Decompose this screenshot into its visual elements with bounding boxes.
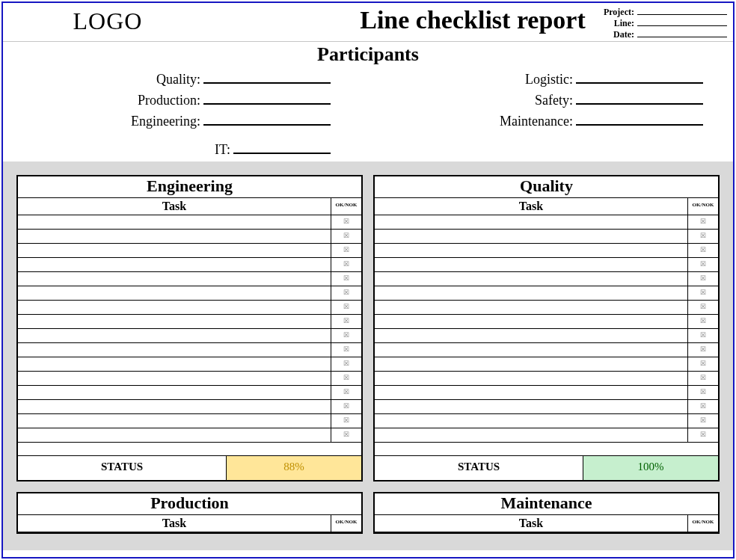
- checkbox-icon[interactable]: [343, 375, 349, 381]
- checkbox-icon[interactable]: [700, 318, 706, 324]
- ok-cell[interactable]: [331, 400, 361, 413]
- task-cell[interactable]: [375, 372, 688, 385]
- task-cell[interactable]: [18, 272, 331, 286]
- participant-logistic-value[interactable]: [576, 67, 703, 84]
- checkbox-icon[interactable]: [700, 247, 706, 253]
- ok-cell[interactable]: [688, 315, 718, 328]
- ok-cell[interactable]: [688, 372, 718, 385]
- participant-it-value[interactable]: [233, 138, 331, 154]
- checkbox-icon[interactable]: [343, 332, 349, 339]
- task-cell[interactable]: [375, 272, 688, 286]
- participant-safety-value[interactable]: [576, 88, 703, 105]
- task-cell[interactable]: [375, 215, 688, 229]
- ok-cell[interactable]: [331, 286, 361, 300]
- checkbox-icon[interactable]: [700, 346, 706, 353]
- task-cell[interactable]: [18, 343, 331, 357]
- task-cell[interactable]: [18, 329, 331, 342]
- checkbox-icon[interactable]: [700, 304, 706, 310]
- ok-cell[interactable]: [688, 286, 718, 300]
- task-cell[interactable]: [18, 357, 331, 371]
- checkbox-icon[interactable]: [700, 332, 706, 339]
- task-cell[interactable]: [18, 428, 331, 442]
- task-cell[interactable]: [18, 244, 331, 257]
- task-cell[interactable]: [18, 301, 331, 314]
- checkbox-icon[interactable]: [700, 233, 706, 239]
- checkbox-icon[interactable]: [343, 261, 349, 268]
- ok-cell[interactable]: [688, 414, 718, 428]
- task-cell[interactable]: [375, 386, 688, 399]
- checkbox-icon[interactable]: [343, 389, 349, 396]
- ok-cell[interactable]: [688, 244, 718, 257]
- checkbox-icon[interactable]: [700, 403, 706, 410]
- task-cell[interactable]: [375, 315, 688, 328]
- ok-cell[interactable]: [688, 230, 718, 243]
- checkbox-icon[interactable]: [343, 360, 349, 367]
- task-cell[interactable]: [18, 315, 331, 328]
- checkbox-icon[interactable]: [343, 346, 349, 353]
- ok-cell[interactable]: [688, 301, 718, 314]
- ok-cell[interactable]: [688, 428, 718, 442]
- ok-cell[interactable]: [688, 400, 718, 413]
- ok-cell[interactable]: [688, 258, 718, 271]
- task-cell[interactable]: [375, 301, 688, 314]
- ok-cell[interactable]: [688, 357, 718, 371]
- ok-cell[interactable]: [331, 329, 361, 342]
- ok-cell[interactable]: [331, 230, 361, 243]
- checkbox-icon[interactable]: [343, 403, 349, 410]
- task-cell[interactable]: [18, 230, 331, 243]
- ok-cell[interactable]: [331, 343, 361, 357]
- ok-cell[interactable]: [688, 386, 718, 399]
- meta-project-value[interactable]: [637, 4, 727, 15]
- ok-cell[interactable]: [688, 272, 718, 286]
- task-cell[interactable]: [375, 329, 688, 342]
- checkbox-icon[interactable]: [343, 289, 349, 296]
- task-cell[interactable]: [375, 230, 688, 243]
- checkbox-icon[interactable]: [343, 304, 349, 310]
- task-cell[interactable]: [375, 400, 688, 413]
- meta-date-value[interactable]: [637, 27, 727, 37]
- task-cell[interactable]: [18, 414, 331, 428]
- checkbox-icon[interactable]: [700, 218, 706, 225]
- task-cell[interactable]: [375, 286, 688, 300]
- ok-cell[interactable]: [331, 258, 361, 271]
- ok-cell[interactable]: [688, 343, 718, 357]
- ok-cell[interactable]: [331, 414, 361, 428]
- ok-cell[interactable]: [331, 215, 361, 229]
- task-cell[interactable]: [375, 244, 688, 257]
- participant-quality-value[interactable]: [203, 67, 331, 84]
- task-cell[interactable]: [18, 372, 331, 385]
- participant-production-value[interactable]: [203, 88, 331, 105]
- task-cell[interactable]: [375, 428, 688, 442]
- ok-cell[interactable]: [331, 372, 361, 385]
- checkbox-icon[interactable]: [700, 389, 706, 396]
- ok-cell[interactable]: [331, 272, 361, 286]
- checkbox-icon[interactable]: [700, 431, 706, 438]
- task-cell[interactable]: [375, 258, 688, 271]
- checkbox-icon[interactable]: [343, 318, 349, 324]
- ok-cell[interactable]: [688, 329, 718, 342]
- task-cell[interactable]: [18, 386, 331, 399]
- task-cell[interactable]: [18, 400, 331, 413]
- participant-engineering-value[interactable]: [203, 109, 331, 126]
- task-cell[interactable]: [375, 414, 688, 428]
- participant-maintenance-value[interactable]: [576, 109, 703, 126]
- ok-cell[interactable]: [331, 386, 361, 399]
- checkbox-icon[interactable]: [343, 247, 349, 253]
- checkbox-icon[interactable]: [700, 275, 706, 282]
- checkbox-icon[interactable]: [700, 417, 706, 424]
- checkbox-icon[interactable]: [343, 275, 349, 282]
- ok-cell[interactable]: [331, 315, 361, 328]
- checkbox-icon[interactable]: [700, 360, 706, 367]
- task-cell[interactable]: [18, 215, 331, 229]
- checkbox-icon[interactable]: [700, 375, 706, 381]
- ok-cell[interactable]: [331, 428, 361, 442]
- meta-line-value[interactable]: [637, 16, 727, 26]
- checkbox-icon[interactable]: [343, 431, 349, 438]
- checkbox-icon[interactable]: [343, 218, 349, 225]
- task-cell[interactable]: [18, 258, 331, 271]
- task-cell[interactable]: [375, 343, 688, 357]
- ok-cell[interactable]: [331, 244, 361, 257]
- ok-cell[interactable]: [688, 215, 718, 229]
- checkbox-icon[interactable]: [343, 233, 349, 239]
- checkbox-icon[interactable]: [700, 289, 706, 296]
